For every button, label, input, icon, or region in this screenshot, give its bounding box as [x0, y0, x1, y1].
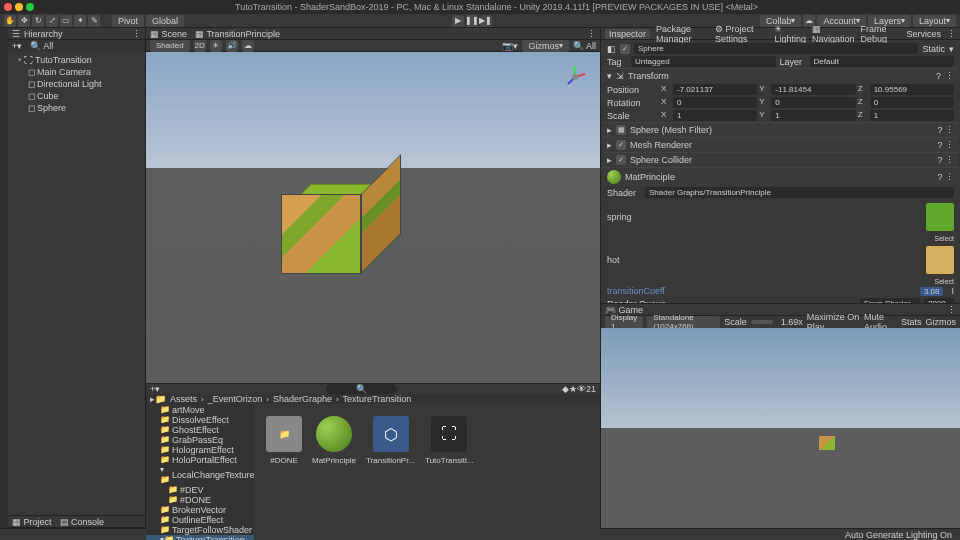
pause-button[interactable]: ❚❚ [466, 15, 478, 27]
folder-item[interactable]: 📁 #DONE [146, 495, 254, 505]
scene-tab[interactable]: ▦ Scene [150, 29, 187, 39]
project-tab[interactable]: ▦ Project [12, 517, 52, 527]
move-tool-icon[interactable]: ✥ [18, 15, 30, 27]
stats-toggle[interactable]: Stats [901, 317, 922, 327]
folder-item[interactable]: 📁 TargetFollowShader [146, 525, 254, 535]
camera-icon[interactable]: 📷▾ [502, 41, 518, 51]
component-menu-icon[interactable]: ⋮ [945, 71, 954, 81]
project-grid[interactable]: 📁#DONE MatPrinciple ⬡TransitionPr... ⛶Tu… [254, 404, 600, 540]
hierarchy-item[interactable]: ◻ Main Camera [8, 66, 145, 78]
scale-y-field[interactable]: 1 [771, 110, 855, 121]
display-dropdown[interactable]: Display 1 [605, 316, 643, 328]
shader-dropdown[interactable]: Shader Graphs/TransitionPrinciple [645, 187, 954, 198]
folder-item[interactable]: 📁 GrabPassEq [146, 435, 254, 445]
folder-item[interactable]: 📁 DissolveEffect [146, 415, 254, 425]
gizmos-dropdown[interactable]: Gizmos ▾ [522, 40, 569, 52]
pos-x-field[interactable]: -7.021137 [673, 84, 757, 95]
panel-menu-icon[interactable]: ⋮ [947, 29, 956, 39]
scale-tool-icon[interactable]: ⤢ [46, 15, 58, 27]
layer-dropdown[interactable]: Default [810, 56, 955, 67]
pos-y-field[interactable]: -11.81454 [771, 84, 855, 95]
scene-viewport[interactable] [146, 52, 600, 383]
add-icon[interactable]: +▾ [12, 41, 22, 51]
rotate-tool-icon[interactable]: ↻ [32, 15, 44, 27]
inspector-tab[interactable]: Inspector [605, 29, 650, 39]
panel-menu-icon[interactable]: ⋮ [132, 29, 141, 39]
global-toggle[interactable]: Global [146, 15, 184, 27]
folder-item[interactable]: 📁 BrokenVector [146, 505, 254, 515]
shadergraph-tab[interactable]: ▦ TransitionPrinciple [195, 29, 280, 39]
shaded-dropdown[interactable]: Shaded [150, 40, 190, 52]
hierarchy-tab[interactable]: ☰ Hierarchy ⋮ [8, 28, 145, 40]
lighting-status[interactable]: Auto Generate Lighting On [845, 530, 952, 540]
rect-tool-icon[interactable]: ▭ [60, 15, 72, 27]
orientation-gizmo[interactable] [560, 62, 590, 92]
object-name-field[interactable]: Sphere [634, 43, 918, 54]
resolution-dropdown[interactable]: Standalone (1024x768) [647, 316, 720, 328]
audio-toggle-icon[interactable]: 🔊 [226, 40, 238, 52]
rot-y-field[interactable]: 0 [771, 97, 855, 108]
search-icon[interactable]: 🔍 All [573, 41, 596, 51]
services-tab[interactable]: Services [906, 29, 941, 39]
project-tree[interactable]: 📁 artMove 📁 DissolveEffect 📁 GhostEffect… [146, 404, 254, 540]
hot-texture-slot[interactable] [926, 246, 954, 274]
scale-x-field[interactable]: 1 [673, 110, 757, 121]
static-toggle[interactable]: Static [922, 44, 945, 54]
shader-asset[interactable]: ⬡TransitionPr... [366, 416, 415, 465]
breadcrumb[interactable]: ▸📁Assets › _EventOrizon › ShaderGraphe ›… [146, 394, 600, 404]
help-icon[interactable]: ? [936, 71, 941, 81]
search-input[interactable]: 🔍 [326, 384, 397, 394]
hierarchy-search[interactable]: +▾ 🔍 All [8, 40, 145, 52]
game-viewport[interactable] [601, 328, 960, 528]
folder-item[interactable]: ▾📁 LocalChangeTexture [146, 465, 254, 485]
select-button[interactable]: Select [603, 278, 958, 285]
select-button[interactable]: Select [603, 235, 958, 242]
scale-z-field[interactable]: 1 [870, 110, 954, 121]
pivot-toggle[interactable]: Pivot [112, 15, 144, 27]
scene-asset[interactable]: ⛶TutoTransiti... [425, 416, 473, 465]
material-header[interactable]: MatPrincipIe ? ⋮ [603, 167, 958, 186]
lighting-toggle-icon[interactable]: ☀ [210, 40, 222, 52]
hand-tool-icon[interactable]: ✋ [4, 15, 16, 27]
panel-menu-icon[interactable]: ⋮ [947, 305, 956, 315]
scale-slider[interactable] [751, 320, 773, 324]
fx-toggle-icon[interactable]: ☁ [242, 40, 254, 52]
hierarchy-item[interactable]: ◻ Cube [8, 90, 145, 102]
coeff-label[interactable]: transitionCoeff [607, 286, 665, 296]
sphere-collider-component[interactable]: ▸✓Sphere Collider? ⋮ [603, 152, 958, 167]
filter-icon[interactable]: ★ [569, 384, 577, 394]
folder-item[interactable]: 📁 GhostEffect [146, 425, 254, 435]
folder-asset[interactable]: 📁#DONE [266, 416, 302, 465]
mode-2d-toggle[interactable]: 2D [194, 40, 206, 52]
hidden-icon[interactable]: 👁 [577, 384, 586, 394]
folder-item[interactable]: 📁 #DEV [146, 485, 254, 495]
rot-x-field[interactable]: 0 [673, 97, 757, 108]
folder-item[interactable]: 📁 HoloPortalEffect [146, 455, 254, 465]
layout-dropdown[interactable]: Layout ▾ [913, 15, 956, 27]
filter-icon[interactable]: ◆ [562, 384, 569, 394]
active-checkbox[interactable]: ✓ [620, 44, 630, 54]
gizmos-toggle[interactable]: Gizmos [926, 317, 957, 327]
folder-item[interactable]: 📁 artMove [146, 405, 254, 415]
step-button[interactable]: ▶❚ [480, 15, 492, 27]
coeff-field[interactable]: 3.08 [920, 287, 944, 296]
tag-dropdown[interactable]: Untagged [631, 56, 776, 67]
custom-tool-icon[interactable]: ✎ [88, 15, 100, 27]
maximize-icon[interactable] [26, 3, 34, 11]
rot-z-field[interactable]: 0 [870, 97, 954, 108]
spring-texture-slot[interactable] [926, 203, 954, 231]
mesh-renderer-component[interactable]: ▸✓Mesh Renderer? ⋮ [603, 137, 958, 152]
folder-item[interactable]: 📁 OutlineEffect [146, 515, 254, 525]
panel-menu-icon[interactable]: ⋮ [587, 29, 596, 39]
cube-object[interactable] [281, 177, 396, 292]
pos-z-field[interactable]: 10.95569 [870, 84, 954, 95]
transform-component[interactable]: ▾⇲ Transform ? ⋮ [603, 68, 958, 83]
add-icon[interactable]: +▾ [150, 384, 160, 394]
hierarchy-item[interactable]: ◻ Sphere [8, 102, 145, 114]
console-tab[interactable]: ▤ Console [60, 517, 105, 527]
transform-tool-icon[interactable]: ✦ [74, 15, 86, 27]
folder-item[interactable]: ▾📁 TextureTransition [146, 535, 254, 540]
close-icon[interactable] [4, 3, 12, 11]
mesh-filter-component[interactable]: ▸▦Sphere (Mesh Filter)? ⋮ [603, 122, 958, 137]
minimize-icon[interactable] [15, 3, 23, 11]
